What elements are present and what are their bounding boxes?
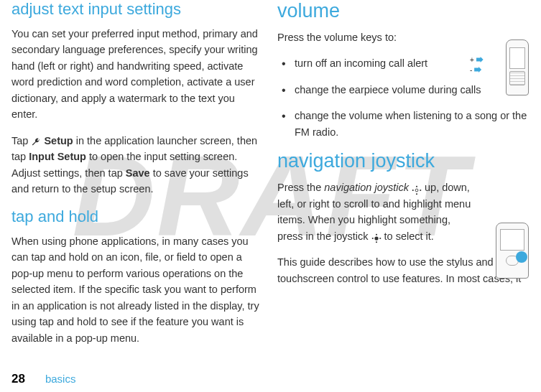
joystick-highlight-icon [516, 251, 527, 263]
para-tap-hold: When using phone applications, in many c… [11, 233, 263, 346]
footer-section-label: basics [45, 373, 76, 385]
heading-navigation-joystick: navigation joystick [277, 150, 529, 172]
joystick-pad-icon [500, 253, 524, 269]
svg-point-6 [376, 234, 377, 235]
text-fragment: to select it. [382, 230, 434, 242]
setup-label: Setup [44, 135, 73, 146]
list-item: change the volume when listening to a so… [295, 108, 529, 140]
minus-label: - [470, 66, 472, 74]
svg-point-4 [420, 189, 421, 190]
phone-screen-icon [500, 229, 524, 251]
svg-point-1 [416, 185, 417, 187]
heading-adjust-text-input: adjust text input settings [11, 0, 263, 19]
phone-body-icon [506, 39, 529, 95]
plus-label: + [470, 56, 474, 64]
right-column: volume Press the volume keys to: turn of… [277, 0, 529, 356]
arrow-right-icon [476, 57, 484, 62]
text-fragment: Tap [11, 135, 31, 146]
svg-point-0 [415, 189, 418, 192]
left-column: adjust text input settings You can set y… [11, 0, 263, 356]
svg-point-5 [374, 236, 378, 240]
nav-joystick-term: navigation joystick [324, 182, 409, 193]
svg-point-7 [376, 241, 377, 243]
svg-point-9 [379, 238, 381, 239]
svg-point-3 [412, 189, 414, 190]
save-label: Save [126, 167, 150, 179]
phone-screen-icon [509, 47, 525, 69]
svg-point-2 [416, 193, 417, 195]
para-adjust-text: You can set your preferred input method,… [11, 26, 263, 123]
heading-volume: volume [277, 0, 529, 22]
page-footer: 28basics [11, 372, 75, 386]
volume-plus-minus-labels: + - [470, 55, 484, 75]
phone-keypad-icon [509, 71, 525, 85]
phone-joystick-illustration [486, 223, 529, 287]
svg-point-8 [371, 238, 373, 239]
arrow-right-icon [474, 67, 481, 73]
page-number: 28 [11, 372, 25, 386]
phone-volume-illustration: + - [486, 39, 529, 104]
text-fragment: Press the [277, 182, 324, 193]
phone-body-icon [496, 223, 529, 279]
input-setup-label: Input Setup [29, 151, 86, 162]
para-setup-instructions: Tap Setup in the application launcher sc… [11, 133, 263, 197]
heading-tap-and-hold: tap and hold [11, 207, 263, 226]
nav-center-press-icon [371, 232, 382, 242]
nav-directional-icon [412, 184, 422, 194]
wrench-icon [31, 136, 41, 146]
page-columns: adjust text input settings You can set y… [0, 0, 541, 356]
